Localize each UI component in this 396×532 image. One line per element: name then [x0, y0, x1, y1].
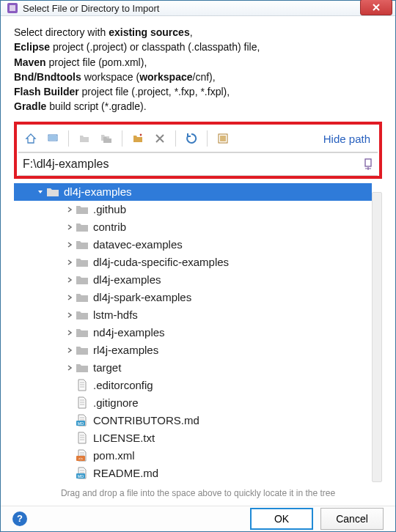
instructions-text: Select directory with existing sources, …	[14, 25, 382, 114]
refresh-icon	[185, 132, 198, 145]
svg-rect-5	[220, 136, 226, 141]
tree-row[interactable]: .editorconfig	[14, 377, 372, 394]
instr-1c: ,	[190, 26, 193, 38]
new-folder-icon	[132, 133, 144, 144]
path-history-button[interactable]	[360, 155, 376, 173]
chevron-right-icon[interactable]	[64, 221, 76, 233]
instr-2a: Eclipse	[14, 41, 50, 53]
tree-row[interactable]: nd4j-examples	[14, 324, 372, 341]
instr-6b: build script (*.gradle).	[46, 100, 146, 112]
tree-item-label: .editorconfig	[93, 379, 153, 391]
chevron-right-icon[interactable]	[64, 292, 76, 303]
history-icon	[363, 158, 373, 171]
close-button[interactable]	[360, 0, 392, 15]
svg-rect-3	[49, 136, 56, 140]
tree-item-label: nd4j-examples	[93, 326, 165, 339]
chevron-right-icon[interactable]	[64, 344, 76, 356]
tree-row[interactable]: LICENSE.txt	[14, 429, 372, 447]
tree-row[interactable]: .gitignore	[14, 394, 372, 412]
folder-icon	[76, 362, 89, 374]
file-icon	[76, 397, 89, 409]
desktop-button[interactable]	[43, 129, 62, 148]
svg-rect-6	[365, 159, 371, 166]
ok-button[interactable]: OK	[250, 508, 313, 530]
chevron-right-icon[interactable]	[64, 204, 76, 215]
separator	[175, 130, 176, 147]
help-button[interactable]: ?	[12, 511, 27, 526]
folder-icon	[76, 221, 89, 233]
tree-item-label: dl4j-examples	[93, 273, 161, 286]
footer: ? OK Cancel	[1, 506, 395, 531]
cancel-button[interactable]: Cancel	[320, 508, 384, 530]
tree-item-label: CONTRIBUTORS.md	[93, 414, 199, 426]
tree-item-label: contrib	[93, 221, 126, 233]
tree-row[interactable]: dl4j-spark-examples	[14, 289, 372, 306]
tree-row[interactable]: target	[14, 359, 372, 377]
tree-row[interactable]: MDCONTRIBUTORS.md	[14, 412, 372, 429]
tree-row[interactable]: dl4j-examples	[14, 183, 372, 201]
folder-icon	[76, 344, 89, 356]
tree-item-label: rl4j-examples	[93, 344, 158, 356]
tree-row[interactable]: contrib	[14, 218, 372, 236]
hide-path-link[interactable]: Hide path	[323, 133, 375, 145]
tree-container: dl4j-examples.githubcontribdatavec-examp…	[14, 179, 382, 482]
chevron-down-icon[interactable]	[34, 186, 46, 198]
tree-item-label: pom.xml	[93, 449, 135, 462]
tree-item-label: dl4j-cuda-specific-examples	[93, 256, 229, 268]
separator	[207, 130, 208, 147]
toolbar: Hide path	[18, 126, 378, 152]
folder-multi-button[interactable]	[97, 129, 116, 148]
drag-drop-hint: Drag and drop a file into the space abov…	[14, 482, 382, 506]
chevron-right-icon[interactable]	[64, 327, 76, 339]
tree-item-label: datavec-examples	[93, 238, 183, 251]
instr-4a: Bnd/Bndtools	[14, 71, 81, 83]
tree-row[interactable]: <>pom.xml	[14, 447, 372, 465]
svg-text:<>: <>	[78, 456, 83, 460]
red-highlight-box: Hide path	[14, 122, 382, 179]
thumbnails-button[interactable]	[213, 129, 232, 148]
scrollbar[interactable]	[372, 192, 382, 482]
delete-button[interactable]	[150, 129, 169, 148]
file-icon	[76, 380, 89, 391]
desktop-icon	[47, 133, 59, 144]
tree-item-label: target	[93, 361, 121, 374]
folder-icon	[76, 309, 89, 321]
chevron-right-icon[interactable]	[64, 239, 76, 251]
chevron-right-icon[interactable]	[64, 309, 76, 321]
refresh-button[interactable]	[182, 129, 201, 148]
new-folder-button[interactable]	[128, 129, 147, 148]
folder-icon	[76, 256, 89, 268]
tree-row[interactable]: rl4j-examples	[14, 341, 372, 359]
tree-row[interactable]: lstm-hdfs	[14, 306, 372, 324]
chevron-right-icon[interactable]	[64, 256, 76, 268]
app-icon	[7, 2, 18, 14]
tree-item-label: dl4j-examples	[64, 185, 132, 198]
folder-button[interactable]	[75, 129, 94, 148]
tree-row[interactable]: MDREADME.md	[14, 465, 372, 482]
tree-row[interactable]: dl4j-cuda-specific-examples	[14, 254, 372, 271]
tree-row[interactable]: dl4j-examples	[14, 271, 372, 289]
tree-row[interactable]: datavec-examples	[14, 236, 372, 254]
instr-5a: Flash Builder	[14, 86, 79, 97]
instr-6a: Gradle	[14, 100, 46, 112]
svg-text:MD: MD	[78, 473, 84, 478]
path-row	[18, 152, 378, 176]
instr-5b: project file (.project, *.fxp, *.fxpl),	[79, 86, 230, 97]
separator	[122, 130, 122, 147]
tree-item-label: .github	[93, 203, 126, 215]
tree-row[interactable]: .github	[14, 201, 372, 218]
tree-item-label: lstm-hdfs	[93, 309, 138, 321]
folder-icon	[78, 133, 90, 144]
file-icon: MD	[76, 468, 89, 479]
close-icon	[372, 3, 381, 12]
chevron-right-icon[interactable]	[64, 362, 76, 374]
home-button[interactable]	[21, 129, 40, 148]
tree-item-label: README.md	[93, 467, 158, 479]
path-input[interactable]	[18, 153, 357, 175]
tree-item-label: .gitignore	[93, 396, 139, 409]
chevron-right-icon[interactable]	[64, 274, 76, 286]
directory-tree[interactable]: dl4j-examples.githubcontribdatavec-examp…	[14, 179, 372, 482]
file-icon	[76, 432, 89, 444]
instr-4c: workspace	[139, 71, 192, 83]
dialog-window: Select File or Directory to Import Selec…	[0, 0, 396, 532]
